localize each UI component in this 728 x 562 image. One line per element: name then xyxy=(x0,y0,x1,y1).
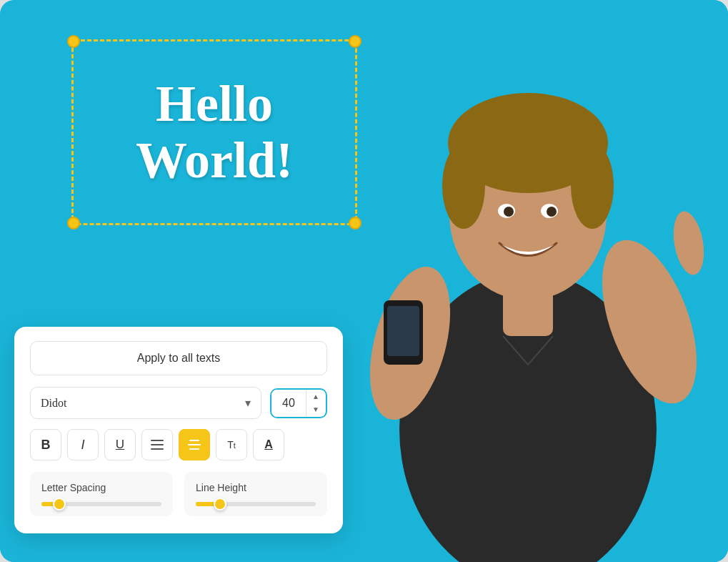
canvas-text[interactable]: HelloWorld! xyxy=(136,76,293,189)
line-height-thumb[interactable] xyxy=(214,498,226,511)
text-format-panel: Apply to all texts Didot ▲ ▼ B I xyxy=(14,327,343,533)
underline-button[interactable]: U xyxy=(104,429,136,460)
svg-point-5 xyxy=(442,143,485,229)
size-down-button[interactable]: ▼ xyxy=(306,403,325,416)
size-arrows: ▲ ▼ xyxy=(306,390,325,416)
letter-spacing-track[interactable] xyxy=(41,502,161,506)
svg-rect-15 xyxy=(387,306,419,356)
list-icon xyxy=(151,440,164,450)
italic-label: I xyxy=(81,438,84,453)
letter-spacing-thumb[interactable] xyxy=(53,498,66,511)
text-color-button[interactable]: A xyxy=(253,429,284,460)
line-height-label: Line Height xyxy=(196,482,316,493)
size-up-button[interactable]: ▲ xyxy=(306,390,325,403)
color-a-label: A xyxy=(264,438,273,451)
sliders-row: Letter Spacing Line Height xyxy=(30,472,327,516)
font-selector[interactable]: Didot xyxy=(30,387,261,419)
svg-rect-20 xyxy=(188,444,201,445)
svg-rect-19 xyxy=(189,440,199,441)
svg-point-10 xyxy=(547,207,557,217)
svg-rect-17 xyxy=(151,444,164,445)
svg-rect-18 xyxy=(151,448,164,450)
font-size-input-wrap: ▲ ▼ xyxy=(270,388,327,418)
line-height-track[interactable] xyxy=(196,502,316,506)
tt-label: Tt xyxy=(227,439,236,450)
italic-button[interactable]: I xyxy=(67,429,99,460)
handle-top-left[interactable] xyxy=(67,35,80,48)
bold-button[interactable]: B xyxy=(30,429,61,460)
font-size-input[interactable] xyxy=(271,390,306,417)
svg-rect-21 xyxy=(189,448,199,450)
align-center-button[interactable] xyxy=(179,429,210,460)
person-image xyxy=(299,0,728,562)
letter-spacing-group: Letter Spacing xyxy=(30,472,173,516)
letter-spacing-label: Letter Spacing xyxy=(41,482,161,493)
svg-point-9 xyxy=(504,207,514,217)
svg-rect-16 xyxy=(151,440,164,441)
handle-bottom-right[interactable] xyxy=(349,217,361,230)
text-selection-box[interactable]: HelloWorld! xyxy=(71,39,357,225)
handle-top-right[interactable] xyxy=(349,35,361,48)
svg-point-6 xyxy=(571,143,614,229)
align-center-icon xyxy=(188,440,201,450)
text-size-tt-button[interactable]: Tt xyxy=(216,429,247,460)
underline-label: U xyxy=(116,438,124,452)
bold-label: B xyxy=(41,438,51,453)
main-container: HelloWorld! Apply to all texts Didot ▲ ▼… xyxy=(0,0,728,562)
list-button[interactable] xyxy=(141,429,173,460)
chevron-down-icon xyxy=(245,396,251,410)
line-height-group: Line Height xyxy=(184,472,327,516)
apply-to-all-button[interactable]: Apply to all texts xyxy=(30,341,327,375)
font-row: Didot ▲ ▼ xyxy=(30,387,327,419)
font-name-label: Didot xyxy=(41,397,66,410)
handle-bottom-left[interactable] xyxy=(67,217,80,230)
format-buttons-row: B I U xyxy=(30,429,327,460)
